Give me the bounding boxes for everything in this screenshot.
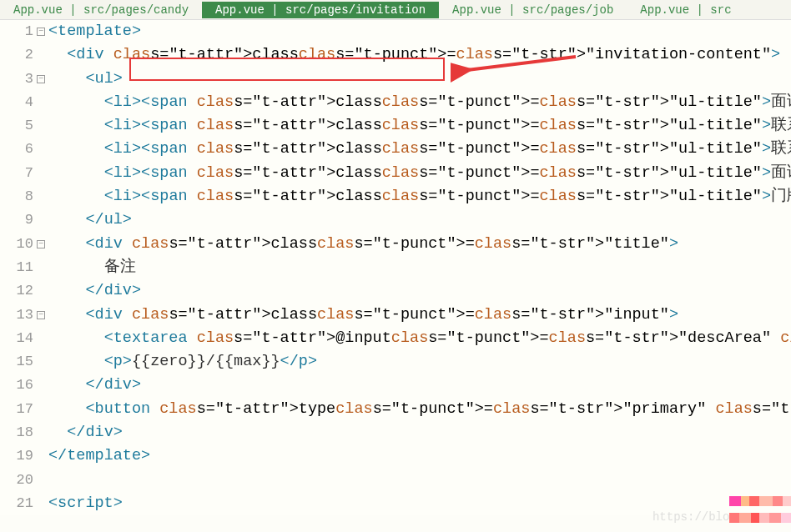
line-number: 18 <box>0 421 45 444</box>
line-number: 14 <box>0 327 45 350</box>
line-number: 19 <box>0 444 45 468</box>
fold-icon[interactable]: − <box>37 75 45 83</box>
code-line[interactable]: <div class="t-attr">classclass="t-punct"… <box>48 233 791 256</box>
fold-icon[interactable]: − <box>37 311 45 319</box>
fold-icon[interactable]: − <box>37 240 45 248</box>
line-number: 20 <box>0 469 45 492</box>
code-line[interactable]: <textarea class="t-attr">@inputclass="t-… <box>48 327 791 350</box>
line-number: 3− <box>0 68 45 91</box>
code-line[interactable]: <template> <box>48 20 791 43</box>
code-line[interactable]: <li><span class="t-attr">classclass="t-p… <box>48 114 791 138</box>
line-number: 13− <box>0 304 45 327</box>
line-number: 11 <box>0 256 45 279</box>
line-number: 2 <box>0 43 45 67</box>
code-line[interactable]: </div> <box>48 279 791 303</box>
tab-job[interactable]: App.vue | src/pages/job <box>439 2 627 18</box>
tab-bar: App.vue | src/pages/candy App.vue | src/… <box>0 0 791 20</box>
gutter: 1−23−45678910−111213−1415161718192021 <box>0 20 48 515</box>
code-line[interactable]: </template> <box>48 444 791 468</box>
tab-invitation[interactable]: App.vue | src/pages/invitation <box>202 2 439 18</box>
code-line[interactable]: </div> <box>48 421 791 444</box>
pixel-censor <box>729 494 791 527</box>
code-line[interactable]: <li><span class="t-attr">classclass="t-p… <box>48 138 791 161</box>
line-number: 9 <box>0 208 45 232</box>
tab-src[interactable]: App.vue | src <box>627 2 744 18</box>
line-number: 1− <box>0 20 45 43</box>
code-line[interactable]: <div class="t-attr">classclass="t-punct"… <box>48 43 791 67</box>
line-number: 8 <box>0 185 45 208</box>
code-line[interactable]: <p>{{zero}}/{{max}}</p> <box>48 350 791 374</box>
code-line[interactable]: <ul> <box>48 68 791 91</box>
code-line[interactable]: <li><span class="t-attr">classclass="t-p… <box>48 162 791 185</box>
code-line[interactable]: <li><span class="t-attr">classclass="t-p… <box>48 185 791 208</box>
code-line[interactable]: </div> <box>48 374 791 397</box>
line-number: 21 <box>0 492 45 515</box>
editor: 1−23−45678910−111213−1415161718192021 <t… <box>0 20 791 515</box>
line-number: 17 <box>0 398 45 421</box>
code-line[interactable]: 备注 <box>48 256 791 279</box>
code-line[interactable]: </ul> <box>48 208 791 232</box>
line-number: 16 <box>0 374 45 397</box>
tab-candy[interactable]: App.vue | src/pages/candy <box>0 2 202 18</box>
line-number: 12 <box>0 279 45 303</box>
code-line[interactable] <box>48 469 791 492</box>
code-line[interactable]: <li><span class="t-attr">classclass="t-p… <box>48 91 791 114</box>
code-line[interactable]: <button class="t-attr">typeclass="t-punc… <box>48 398 791 421</box>
line-number: 6 <box>0 138 45 161</box>
line-number: 7 <box>0 162 45 185</box>
line-number: 5 <box>0 114 45 138</box>
line-number: 15 <box>0 350 45 374</box>
line-number: 10− <box>0 233 45 256</box>
fold-icon[interactable]: − <box>37 28 45 36</box>
code-line[interactable]: <div class="t-attr">classclass="t-punct"… <box>48 304 791 327</box>
code-area[interactable]: <template> <div class="t-attr">classclas… <box>48 20 791 515</box>
line-number: 4 <box>0 91 45 114</box>
